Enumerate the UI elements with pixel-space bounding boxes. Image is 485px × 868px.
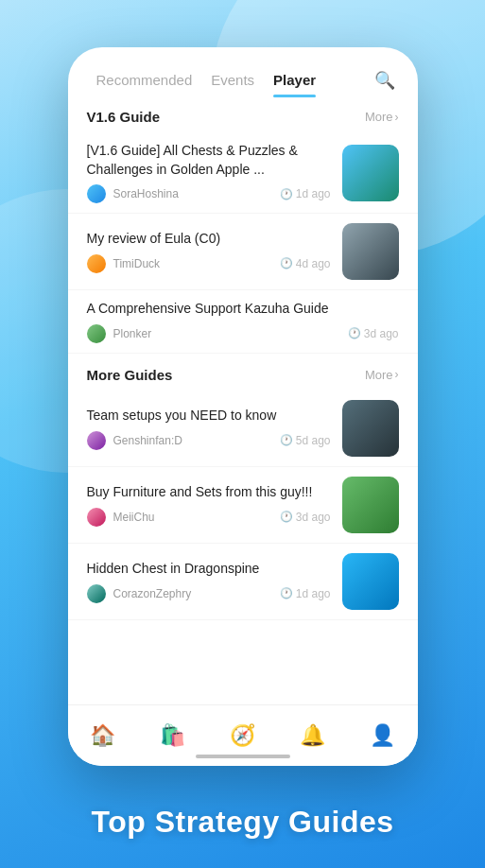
thumbnail <box>342 477 399 533</box>
nav-tabs: Recommended Events Player 🔍 <box>68 47 418 95</box>
item-content: Buy Furniture and Sets from this guy!!! … <box>87 483 331 527</box>
avatar <box>87 184 106 203</box>
clock-icon: 🕐 <box>280 257 293 269</box>
thumbnail <box>342 223 399 280</box>
home-icon: 🏠 <box>90 723 115 748</box>
item-content: My review of Eula (C0) TimiDuck 🕐 4d ago <box>87 230 331 273</box>
section-more-more[interactable]: More › <box>365 368 399 382</box>
bell-icon: 🔔 <box>300 723 325 748</box>
tab-recommended[interactable]: Recommended <box>87 64 202 95</box>
tab-player[interactable]: Player <box>264 64 325 95</box>
item-title: [V1.6 Guide] All Chests & Puzzles & Chal… <box>87 142 331 179</box>
avatar <box>87 584 106 603</box>
item-meta: SoraHoshina 🕐 1d ago <box>87 184 331 203</box>
avatar <box>87 254 106 273</box>
avatar <box>87 431 106 450</box>
list-item[interactable]: [V1.6 Guide] All Chests & Puzzles & Chal… <box>68 132 418 214</box>
clock-icon: 🕐 <box>280 188 293 200</box>
author-name: MeiiChu <box>113 511 155 524</box>
time-meta: 🕐 4d ago <box>280 257 331 270</box>
store-icon: 🛍️ <box>160 723 185 748</box>
author-name: Plonker <box>113 327 152 340</box>
list-item[interactable]: A Comprehensive Support Kazuha Guide Plo… <box>68 290 418 354</box>
avatar <box>87 508 106 527</box>
time-label: 3d ago <box>296 511 331 524</box>
section-title-more: More Guides <box>87 367 173 383</box>
time-label: 1d ago <box>296 587 331 600</box>
section-header-more: More Guides More › <box>68 354 418 391</box>
user-icon: 👤 <box>370 723 395 748</box>
avatar <box>87 324 106 343</box>
item-title: My review of Eula (C0) <box>87 230 331 249</box>
time-label: 4d ago <box>296 257 331 270</box>
nav-bell[interactable]: 🔔 <box>294 717 332 755</box>
item-title: A Comprehensive Support Kazuha Guide <box>87 300 399 319</box>
phone-frame: Recommended Events Player 🔍 V1.6 Guide M… <box>68 47 418 766</box>
bottom-text: Top Strategy Guides <box>0 805 485 840</box>
section-more-label-more: More <box>365 368 393 382</box>
list-item[interactable]: My review of Eula (C0) TimiDuck 🕐 4d ago <box>68 214 418 290</box>
author-name: Genshinfan:D <box>113 434 182 447</box>
author-name: TimiDuck <box>113 257 161 270</box>
nav-user[interactable]: 👤 <box>364 717 402 755</box>
clock-icon: 🕐 <box>280 587 293 599</box>
chevron-right-icon: › <box>395 111 399 124</box>
item-meta: MeiiChu 🕐 3d ago <box>87 508 331 527</box>
list-item[interactable]: Hidden Chest in Dragonspine CorazonZephr… <box>68 544 418 620</box>
thumbnail <box>342 145 399 201</box>
nav-home[interactable]: 🏠 <box>84 717 122 755</box>
clock-icon: 🕐 <box>280 434 293 446</box>
time-label: 3d ago <box>364 327 399 340</box>
nav-store[interactable]: 🛍️ <box>154 717 192 755</box>
time-meta: 🕐 3d ago <box>348 327 399 340</box>
list-item[interactable]: Team setups you NEED to know Genshinfan:… <box>68 391 418 467</box>
author-name: SoraHoshina <box>113 187 179 200</box>
time-meta: 🕐 1d ago <box>280 587 331 600</box>
item-content: Hidden Chest in Dragonspine CorazonZephr… <box>87 560 331 603</box>
content-area: V1.6 Guide More › [V1.6 Guide] All Chest… <box>68 95 418 710</box>
clock-icon: 🕐 <box>348 327 361 339</box>
chevron-right-icon: › <box>395 368 399 381</box>
author-name: CorazonZephry <box>113 587 192 600</box>
time-meta: 🕐 1d ago <box>280 187 331 200</box>
item-title: Buy Furniture and Sets from this guy!!! <box>87 483 331 502</box>
background: Recommended Events Player 🔍 V1.6 Guide M… <box>0 0 485 868</box>
section-more-v16[interactable]: More › <box>365 110 399 124</box>
list-item[interactable]: Buy Furniture and Sets from this guy!!! … <box>68 467 418 544</box>
tab-events[interactable]: Events <box>201 64 264 95</box>
clock-icon: 🕐 <box>280 511 293 523</box>
item-content: [V1.6 Guide] All Chests & Puzzles & Chal… <box>87 142 331 203</box>
item-content: A Comprehensive Support Kazuha Guide Plo… <box>87 300 399 343</box>
item-content: Team setups you NEED to know Genshinfan:… <box>87 407 331 450</box>
time-label: 5d ago <box>296 434 331 447</box>
section-title-v16: V1.6 Guide <box>87 109 161 125</box>
time-meta: 🕐 3d ago <box>280 511 331 524</box>
thumbnail <box>342 400 399 457</box>
item-meta: TimiDuck 🕐 4d ago <box>87 254 331 273</box>
section-header-v16: V1.6 Guide More › <box>68 95 418 132</box>
time-meta: 🕐 5d ago <box>280 434 331 447</box>
search-icon[interactable]: 🔍 <box>371 66 399 95</box>
section-more-label-v16: More <box>365 110 393 124</box>
thumbnail <box>342 553 399 610</box>
nav-compass[interactable]: 🧭 <box>224 717 262 755</box>
item-meta: Plonker 🕐 3d ago <box>87 324 399 343</box>
time-label: 1d ago <box>296 187 331 200</box>
item-title: Hidden Chest in Dragonspine <box>87 560 331 579</box>
home-indicator <box>196 755 290 758</box>
compass-icon: 🧭 <box>230 723 255 748</box>
item-meta: Genshinfan:D 🕐 5d ago <box>87 431 331 450</box>
item-meta: CorazonZephry 🕐 1d ago <box>87 584 331 603</box>
item-title: Team setups you NEED to know <box>87 407 331 425</box>
